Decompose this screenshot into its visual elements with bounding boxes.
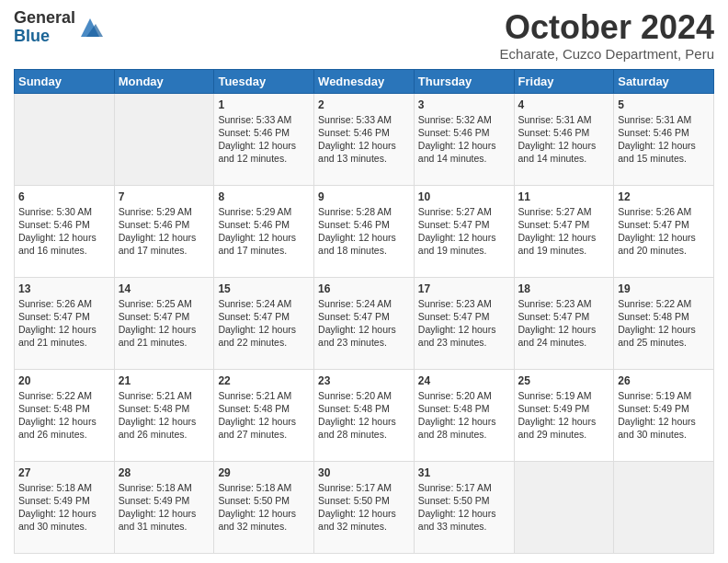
week-row-5: 27Sunrise: 5:18 AMSunset: 5:49 PMDayligh… [15,461,714,553]
weekday-sunday: Sunday [15,69,115,93]
day-info: Sunrise: 5:22 AMSunset: 5:48 PMDaylight:… [18,389,110,442]
day-info: Sunrise: 5:24 AMSunset: 5:47 PMDaylight:… [318,297,410,350]
logo-blue: Blue [14,27,50,45]
weekday-wednesday: Wednesday [314,69,415,93]
day-info: Sunrise: 5:19 AMSunset: 5:49 PMDaylight:… [618,389,710,442]
day-number: 21 [119,374,210,387]
day-info: Sunrise: 5:33 AMSunset: 5:46 PMDaylight:… [218,113,310,166]
day-info: Sunrise: 5:18 AMSunset: 5:49 PMDaylight:… [119,481,210,534]
day-number: 20 [18,374,110,387]
day-number: 7 [119,190,210,203]
day-number: 27 [18,466,110,479]
day-number: 22 [218,374,310,387]
day-number: 6 [18,190,110,203]
calendar-cell [514,461,614,553]
calendar-cell: 12Sunrise: 5:26 AMSunset: 5:47 PMDayligh… [614,185,714,277]
weekday-saturday: Saturday [614,69,714,93]
calendar-cell: 16Sunrise: 5:24 AMSunset: 5:47 PMDayligh… [314,277,415,369]
calendar-table: SundayMondayTuesdayWednesdayThursdayFrid… [14,69,714,554]
calendar-cell: 1Sunrise: 5:33 AMSunset: 5:46 PMDaylight… [214,93,314,185]
weekday-monday: Monday [114,69,214,93]
page: General Blue October 2024 Echarate, Cuzc… [0,0,728,563]
day-info: Sunrise: 5:31 AMSunset: 5:46 PMDaylight:… [518,113,610,166]
calendar-cell: 7Sunrise: 5:29 AMSunset: 5:46 PMDaylight… [114,185,214,277]
week-row-1: 1Sunrise: 5:33 AMSunset: 5:46 PMDaylight… [15,93,714,185]
subtitle: Echarate, Cuzco Department, Peru [500,46,714,62]
day-info: Sunrise: 5:19 AMSunset: 5:49 PMDaylight:… [518,389,610,442]
calendar-cell: 10Sunrise: 5:27 AMSunset: 5:47 PMDayligh… [414,185,514,277]
day-info: Sunrise: 5:29 AMSunset: 5:46 PMDaylight:… [119,205,210,258]
weekday-friday: Friday [514,69,614,93]
day-number: 18 [518,282,610,295]
day-info: Sunrise: 5:24 AMSunset: 5:47 PMDaylight:… [218,297,310,350]
day-info: Sunrise: 5:25 AMSunset: 5:47 PMDaylight:… [119,297,210,350]
weekday-thursday: Thursday [414,69,514,93]
day-info: Sunrise: 5:28 AMSunset: 5:46 PMDaylight:… [318,205,410,258]
calendar-cell [114,93,214,185]
day-number: 12 [618,190,710,203]
calendar-cell: 25Sunrise: 5:19 AMSunset: 5:49 PMDayligh… [514,369,614,461]
day-info: Sunrise: 5:18 AMSunset: 5:50 PMDaylight:… [218,481,310,534]
day-number: 14 [119,282,210,295]
day-number: 19 [618,282,710,295]
calendar-cell: 2Sunrise: 5:33 AMSunset: 5:46 PMDaylight… [314,93,415,185]
day-info: Sunrise: 5:29 AMSunset: 5:46 PMDaylight:… [218,205,310,258]
day-info: Sunrise: 5:27 AMSunset: 5:47 PMDaylight:… [418,205,510,258]
title-block: October 2024 Echarate, Cuzco Department,… [500,9,714,62]
calendar-cell: 19Sunrise: 5:22 AMSunset: 5:48 PMDayligh… [614,277,714,369]
weekday-header-row: SundayMondayTuesdayWednesdayThursdayFrid… [15,69,714,93]
logo: General Blue [14,9,103,46]
calendar-cell: 11Sunrise: 5:27 AMSunset: 5:47 PMDayligh… [514,185,614,277]
calendar-cell: 23Sunrise: 5:20 AMSunset: 5:48 PMDayligh… [314,369,415,461]
calendar-cell: 9Sunrise: 5:28 AMSunset: 5:46 PMDaylight… [314,185,415,277]
day-number: 25 [518,374,610,387]
day-number: 13 [18,282,110,295]
logo-general: General [14,8,75,27]
day-info: Sunrise: 5:32 AMSunset: 5:46 PMDaylight:… [418,113,510,166]
day-info: Sunrise: 5:30 AMSunset: 5:46 PMDaylight:… [18,205,110,258]
calendar-cell: 29Sunrise: 5:18 AMSunset: 5:50 PMDayligh… [214,461,314,553]
calendar-cell: 24Sunrise: 5:20 AMSunset: 5:48 PMDayligh… [414,369,514,461]
day-number: 24 [418,374,510,387]
week-row-4: 20Sunrise: 5:22 AMSunset: 5:48 PMDayligh… [15,369,714,461]
day-info: Sunrise: 5:18 AMSunset: 5:49 PMDaylight:… [18,481,110,534]
day-info: Sunrise: 5:17 AMSunset: 5:50 PMDaylight:… [318,481,410,534]
calendar-cell: 6Sunrise: 5:30 AMSunset: 5:46 PMDaylight… [15,185,115,277]
calendar-cell: 8Sunrise: 5:29 AMSunset: 5:46 PMDaylight… [214,185,314,277]
week-row-3: 13Sunrise: 5:26 AMSunset: 5:47 PMDayligh… [15,277,714,369]
day-number: 29 [218,466,310,479]
day-info: Sunrise: 5:26 AMSunset: 5:47 PMDaylight:… [618,205,710,258]
calendar-cell: 15Sunrise: 5:24 AMSunset: 5:47 PMDayligh… [214,277,314,369]
day-info: Sunrise: 5:20 AMSunset: 5:48 PMDaylight:… [318,389,410,442]
header: General Blue October 2024 Echarate, Cuzc… [14,9,714,62]
calendar-cell: 3Sunrise: 5:32 AMSunset: 5:46 PMDaylight… [414,93,514,185]
day-info: Sunrise: 5:20 AMSunset: 5:48 PMDaylight:… [418,389,510,442]
calendar-cell [614,461,714,553]
day-number: 2 [318,98,410,111]
main-title: October 2024 [500,9,714,46]
day-info: Sunrise: 5:21 AMSunset: 5:48 PMDaylight:… [119,389,210,442]
day-number: 8 [218,190,310,203]
day-number: 17 [418,282,510,295]
day-info: Sunrise: 5:26 AMSunset: 5:47 PMDaylight:… [18,297,110,350]
logo-icon [77,15,103,40]
day-number: 23 [318,374,410,387]
calendar-cell: 5Sunrise: 5:31 AMSunset: 5:46 PMDaylight… [614,93,714,185]
week-row-2: 6Sunrise: 5:30 AMSunset: 5:46 PMDaylight… [15,185,714,277]
day-number: 16 [318,282,410,295]
calendar-cell: 26Sunrise: 5:19 AMSunset: 5:49 PMDayligh… [614,369,714,461]
day-info: Sunrise: 5:22 AMSunset: 5:48 PMDaylight:… [618,297,710,350]
weekday-tuesday: Tuesday [214,69,314,93]
day-info: Sunrise: 5:23 AMSunset: 5:47 PMDaylight:… [418,297,510,350]
calendar-cell: 18Sunrise: 5:23 AMSunset: 5:47 PMDayligh… [514,277,614,369]
calendar-cell: 13Sunrise: 5:26 AMSunset: 5:47 PMDayligh… [15,277,115,369]
calendar-cell: 27Sunrise: 5:18 AMSunset: 5:49 PMDayligh… [15,461,115,553]
day-info: Sunrise: 5:33 AMSunset: 5:46 PMDaylight:… [318,113,410,166]
calendar-cell [15,93,115,185]
calendar-cell: 17Sunrise: 5:23 AMSunset: 5:47 PMDayligh… [414,277,514,369]
day-number: 31 [418,466,510,479]
day-number: 11 [518,190,610,203]
calendar-cell: 31Sunrise: 5:17 AMSunset: 5:50 PMDayligh… [414,461,514,553]
calendar-cell: 4Sunrise: 5:31 AMSunset: 5:46 PMDaylight… [514,93,614,185]
day-number: 5 [618,98,710,111]
